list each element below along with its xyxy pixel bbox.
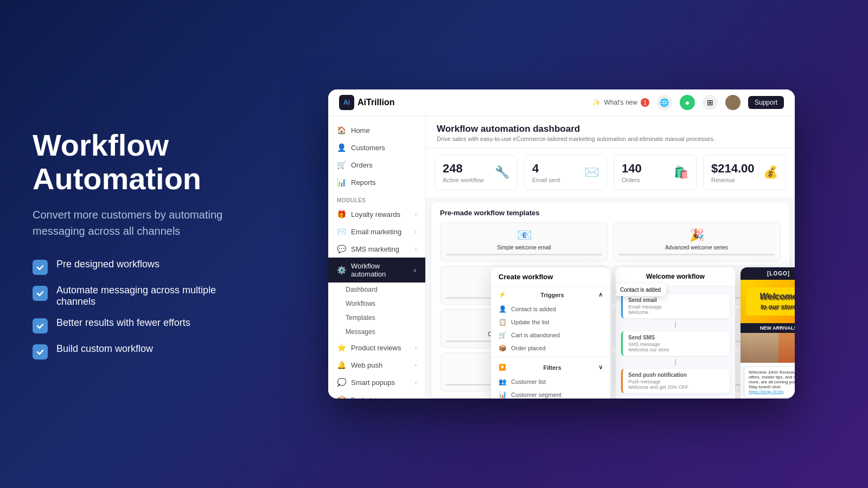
- stat-label-active: Active workflow: [443, 177, 484, 183]
- sidebar-item-sms[interactable]: 💬 SMS marketing ›: [328, 240, 425, 258]
- flow-push-subtext: Push messageWelcome and get 20% OFF: [628, 379, 724, 390]
- chevron-down-icon-filters: ∨: [598, 364, 603, 371]
- sms-text: Welcome John! Exclusive offers, insider …: [749, 370, 795, 389]
- logo: Ai AiTrillion: [339, 95, 394, 110]
- page-subtitle: Drive sales with easy-to-use eCommerce-t…: [437, 136, 784, 142]
- trigger-cart-abandoned[interactable]: 🛒 Cart is abandoned: [491, 329, 610, 342]
- left-panel: Workflow Automation Convert more custome…: [0, 96, 271, 391]
- advanced-welcome-title: Advanced welcome series: [618, 245, 775, 251]
- sms-link[interactable]: https://0b4p-3rc9p: [749, 389, 783, 394]
- chevron-right-icon-3: ›: [415, 246, 417, 252]
- sub-nav: Dashboard Workflows Templates Messages: [328, 282, 425, 339]
- card-bar-1: [446, 254, 602, 255]
- sidebar-item-workflow[interactable]: ⚙️ Workflow automation ∨: [328, 258, 425, 282]
- top-bar-right: ✨ What's new 1 🌐 ● ⊞ Support: [592, 95, 784, 110]
- flow-item-email: Send email Email messageWelcome: [621, 294, 730, 318]
- sub-nav-messages[interactable]: Messages: [328, 325, 425, 339]
- sidebar-item-reports[interactable]: 📊 Reports: [328, 174, 425, 191]
- loyalty-icon: 🎁: [337, 210, 346, 219]
- workflow-icon: ⚙️: [337, 266, 346, 274]
- flow-email-label: Send email: [628, 297, 724, 303]
- chevron-right-icon-7: ›: [415, 397, 417, 399]
- chevron-up-icon: ∧: [598, 291, 603, 298]
- chevron-right-icon-5: ›: [415, 362, 417, 368]
- sub-nav-workflows[interactable]: Workflows: [328, 297, 425, 311]
- webpush-icon: 🔔: [337, 361, 346, 369]
- create-wf-title: Create workflow: [491, 267, 610, 287]
- stat-label-email: Email sent: [532, 177, 560, 183]
- home-icon: 🏠: [337, 126, 346, 134]
- customer-list-icon: 👥: [499, 378, 507, 386]
- flow-sms-subtext: SMS messageWelcome our store: [628, 342, 724, 352]
- triggers-section[interactable]: ⚡ Triggers ∧: [491, 287, 610, 303]
- sidebar-item-webpush[interactable]: 🔔 Web push ›: [328, 356, 425, 374]
- sub-nav-templates[interactable]: Templates: [328, 311, 425, 325]
- active-workflow-icon: 🔧: [495, 165, 509, 179]
- flow-item-push: Send push notification Push messageWelco…: [621, 369, 730, 393]
- main-layout: 🏠 Home 👤 Customers 🛒 Orders 📊 Reports MO…: [328, 116, 795, 399]
- check-icon-2: [33, 286, 48, 301]
- grid-icon[interactable]: ⊞: [703, 95, 718, 110]
- sidebar-item-customers[interactable]: 👤 Customers: [328, 139, 425, 156]
- sub-nav-dashboard[interactable]: Dashboard: [328, 282, 425, 297]
- support-button[interactable]: Support: [748, 96, 784, 109]
- filters-section[interactable]: 🔽 Filters ∨: [491, 359, 610, 375]
- green-circle-icon[interactable]: ●: [680, 95, 695, 110]
- stat-num-active: 248: [443, 162, 484, 176]
- list-icon: 📋: [499, 318, 507, 326]
- trigger-update-list[interactable]: 📋 Update the list: [491, 316, 610, 329]
- check-icon-1: [33, 260, 48, 275]
- chevron-right-icon-4: ›: [415, 345, 417, 351]
- stat-card-active-workflow: 248 Active workflow 🔧: [435, 155, 518, 190]
- trigger-contact-added[interactable]: 👤 Contact is added: [491, 303, 610, 316]
- stat-num-revenue: $214.00: [711, 162, 755, 176]
- sidebar: 🏠 Home 👤 Customers 🛒 Orders 📊 Reports MO…: [328, 116, 426, 399]
- sms-preview-bubble: Welcome John! Exclusive offers, insider …: [744, 366, 795, 398]
- wf-card-advanced-welcome[interactable]: 🎉 Advanced welcome series: [612, 222, 781, 261]
- image-preview-panel: [LOGO] Welcometo our store NEW ARRIVALS …: [741, 267, 795, 399]
- content-header: Workflow automation dashboard Drive sale…: [426, 116, 795, 148]
- trigger-order-placed[interactable]: 📦 Order placed: [491, 342, 610, 355]
- orders-icon: 🛒: [337, 160, 346, 169]
- stat-label-orders: Orders: [622, 177, 642, 183]
- lightning-icon: ⚡: [499, 291, 506, 298]
- modules-label: MODULES: [328, 191, 425, 206]
- feature-list: Pre designed workflows Automate messagin…: [33, 259, 239, 359]
- create-workflow-panel: Create workflow ⚡ Triggers ∧ 👤 Contact i…: [491, 267, 610, 399]
- stat-num-email: 4: [532, 162, 560, 176]
- sidebar-item-email[interactable]: ✉️ Email marketing ›: [328, 223, 425, 240]
- arrivals-img-1: [741, 333, 778, 363]
- stat-card-email: 4 Email sent ✉️: [524, 155, 607, 190]
- sidebar-item-popups[interactable]: 💭 Smart popups ›: [328, 374, 425, 391]
- feature-item-2: Automate messaging across multiple chann…: [33, 285, 239, 307]
- popups-icon: 💭: [337, 378, 346, 387]
- feature-item-1: Pre designed workflows: [33, 259, 239, 275]
- chevron-down-icon: ∨: [413, 267, 417, 273]
- right-panel: Ai AiTrillion ✨ What's new 1 🌐 ● ⊞ Suppo…: [271, 79, 868, 409]
- sidebar-item-reviews[interactable]: ⭐ Product reviews ›: [328, 339, 425, 356]
- stat-card-orders: 140 Orders 🛍️: [614, 155, 697, 190]
- sidebar-item-home[interactable]: 🏠 Home: [328, 121, 425, 139]
- wf-card-simple-welcome[interactable]: 📧 Simple welcome email: [440, 222, 608, 261]
- sidebar-item-loyalty[interactable]: 🎁 Loyalty rewards ›: [328, 206, 425, 223]
- simple-welcome-icon: 📧: [446, 228, 602, 242]
- feature-item-3: Better results with fewer efforts: [33, 317, 239, 333]
- filter-customer-segment[interactable]: 📊 Customer segment: [491, 388, 610, 399]
- workflow-section: Pre-made workflow templates 📧 Simple wel…: [426, 197, 795, 399]
- order-icon: 📦: [499, 344, 507, 352]
- filter-customer-list[interactable]: 👥 Customer list: [491, 375, 610, 388]
- contact-icon: 👤: [499, 305, 507, 313]
- stat-num-orders: 140: [622, 162, 642, 176]
- chevron-right-icon-2: ›: [415, 229, 417, 235]
- subtitle: Convert more customers by automating mes…: [33, 207, 239, 239]
- translate-icon[interactable]: 🌐: [657, 95, 672, 110]
- top-bar: Ai AiTrillion ✨ What's new 1 🌐 ● ⊞ Suppo…: [328, 89, 795, 116]
- whats-new[interactable]: ✨ What's new 1: [592, 98, 649, 107]
- arrivals-img-2: [778, 333, 795, 363]
- sidebar-item-product-rec[interactable]: 📦 Product recomme... ›: [328, 391, 425, 399]
- avatar[interactable]: [725, 95, 741, 110]
- sidebar-item-orders[interactable]: 🛒 Orders: [328, 156, 425, 174]
- chevron-right-icon-6: ›: [415, 380, 417, 386]
- advanced-welcome-icon: 🎉: [618, 228, 775, 242]
- new-arrivals-label: NEW ARRIVALS: [741, 323, 795, 333]
